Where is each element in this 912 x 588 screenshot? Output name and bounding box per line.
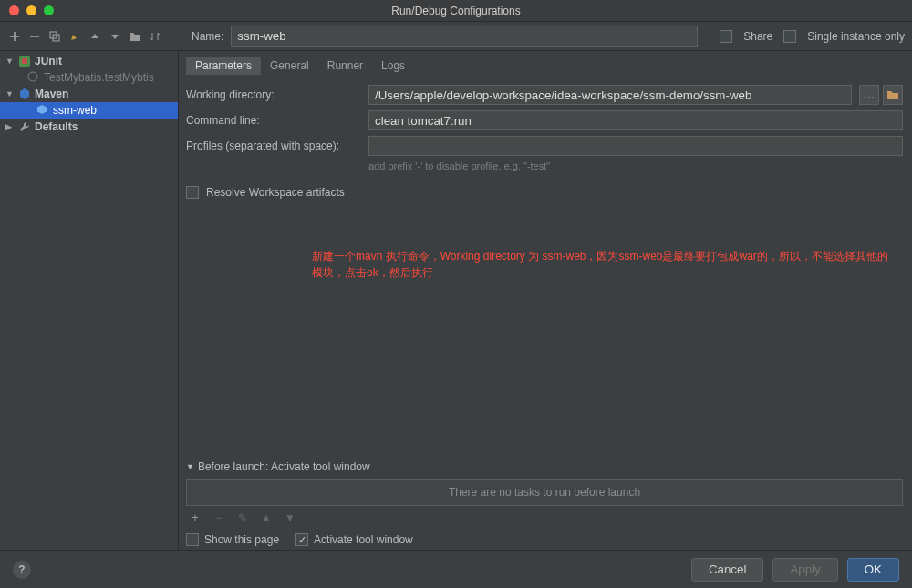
chevron-down-icon[interactable]: ▼: [186, 462, 194, 471]
tree-label: Maven: [35, 88, 68, 100]
cancel-button[interactable]: Cancel: [691, 558, 764, 582]
up-button[interactable]: [88, 29, 102, 44]
before-launch-header: Before launch: Activate tool window: [198, 460, 370, 473]
bl-up-button[interactable]: ▲: [259, 511, 274, 524]
resolve-workspace-checkbox[interactable]: [186, 186, 199, 199]
maven-run-icon: [36, 104, 49, 117]
browse-button[interactable]: …: [859, 85, 879, 105]
edit-config-button[interactable]: [67, 29, 82, 44]
tree-maven-child-selected[interactable]: ssm-web: [0, 102, 178, 119]
activate-tool-label: Activate tool window: [314, 533, 413, 546]
tree-defaults[interactable]: ▶ Defaults: [0, 119, 178, 135]
share-checkbox[interactable]: [720, 30, 732, 43]
wrench-icon: [18, 120, 31, 133]
add-config-button[interactable]: [7, 29, 22, 44]
command-line-label: Command line:: [186, 114, 361, 127]
tree-maven[interactable]: ▼ Maven: [0, 86, 178, 102]
window-title: Run/Debug Configurations: [0, 5, 912, 17]
working-dir-input[interactable]: [368, 85, 852, 105]
before-launch-empty: There are no tasks to run before launch: [449, 486, 640, 499]
folder-icon[interactable]: [883, 85, 903, 105]
tab-runner[interactable]: Runner: [318, 57, 372, 75]
show-page-checkbox[interactable]: [186, 533, 199, 546]
down-button[interactable]: [108, 29, 122, 44]
before-launch-section: ▼ Before launch: Activate tool window Th…: [186, 460, 903, 550]
name-input[interactable]: [231, 26, 698, 47]
test-icon: [27, 71, 40, 84]
tree-label: TestMybatis.testMybtis: [44, 71, 154, 84]
sort-button[interactable]: [148, 29, 162, 44]
ok-button[interactable]: OK: [847, 558, 899, 582]
remove-config-button[interactable]: [27, 29, 42, 44]
chevron-right-icon: ▶: [5, 122, 15, 131]
before-launch-list: There are no tasks to run before launch: [186, 479, 903, 506]
chevron-down-icon: ▼: [5, 89, 15, 98]
profiles-label: Profiles (separated with space):: [186, 139, 361, 152]
maven-icon: [18, 88, 31, 100]
activate-tool-checkbox[interactable]: [295, 533, 308, 546]
profiles-hint: add prefix '-' to disable profile, e.g. …: [368, 160, 903, 171]
tree-junit[interactable]: ▼ JUnit: [0, 53, 178, 69]
apply-button[interactable]: Apply: [772, 558, 837, 582]
bl-down-button[interactable]: ▼: [283, 511, 297, 524]
svg-point-4: [28, 72, 37, 81]
chevron-down-icon: ▼: [5, 57, 15, 66]
annotation-text: 新建一个mavn 执行命令，Working directory 为 ssm-we…: [312, 248, 894, 281]
top-toolbar: Name: Share Single instance only: [0, 22, 912, 51]
show-page-label: Show this page: [204, 533, 279, 546]
command-line-input[interactable]: [368, 110, 903, 130]
working-dir-label: Working directory:: [186, 88, 361, 101]
tree-label: ssm-web: [53, 104, 97, 117]
config-panel: Parameters General Runner Logs Working d…: [179, 51, 912, 550]
bl-add-button[interactable]: +: [188, 511, 202, 524]
share-label: Share: [743, 30, 772, 43]
single-instance-checkbox[interactable]: [783, 30, 796, 43]
profiles-input[interactable]: [368, 136, 903, 156]
svg-rect-3: [22, 58, 27, 64]
copy-config-button[interactable]: [47, 29, 62, 44]
config-tree: ▼ JUnit TestMybatis.testMybtis ▼ Maven s…: [0, 51, 179, 550]
tab-logs[interactable]: Logs: [372, 57, 414, 75]
name-label: Name:: [192, 30, 223, 43]
folder-button[interactable]: [128, 29, 142, 44]
tabbar: Parameters General Runner Logs: [186, 57, 903, 75]
window-titlebar: Run/Debug Configurations: [0, 0, 912, 22]
bl-edit-button[interactable]: ✎: [235, 511, 250, 524]
tree-label: JUnit: [35, 55, 62, 67]
resolve-workspace-label: Resolve Workspace artifacts: [206, 186, 345, 199]
tab-parameters[interactable]: Parameters: [186, 57, 261, 75]
tab-general[interactable]: General: [261, 57, 318, 75]
tree-label: Defaults: [35, 120, 78, 133]
tree-junit-child[interactable]: TestMybatis.testMybtis: [0, 69, 178, 86]
junit-icon: [18, 55, 31, 67]
bl-remove-button[interactable]: −: [212, 511, 226, 524]
help-button[interactable]: ?: [13, 561, 31, 579]
single-instance-label: Single instance only: [807, 30, 905, 43]
dialog-footer: ? Cancel Apply OK: [0, 550, 912, 588]
